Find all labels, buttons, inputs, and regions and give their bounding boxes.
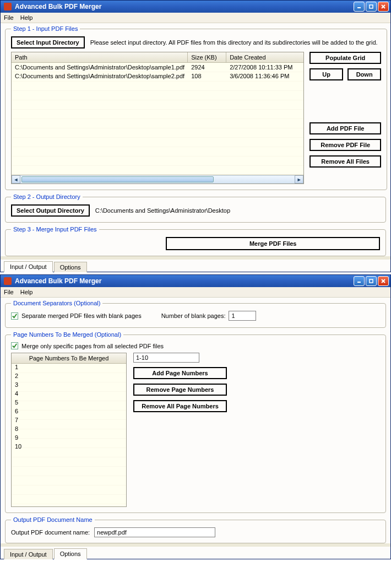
move-down-button[interactable]: Down: [347, 68, 381, 80]
move-up-button[interactable]: Up: [309, 68, 343, 80]
pages-fieldset: Page Numbers To Be Merged (Optional) Mer…: [5, 331, 386, 513]
page-grid-body[interactable]: 1 2 3 4 5 6 7 8 9 10: [12, 364, 126, 506]
output-name-fieldset: Output PDF Document Name Output PDF docu…: [5, 516, 386, 543]
main-window-io: Advanced Bulk PDF Merger File Help Step …: [0, 0, 391, 272]
step1-legend: Step 1 - Input PDF Files: [11, 25, 80, 32]
page-grid-header: Page Numbers To Be Merged: [12, 353, 126, 364]
svg-rect-1: [370, 5, 373, 8]
list-item[interactable]: 3: [12, 381, 126, 390]
col-date[interactable]: Date Created: [226, 52, 303, 62]
separators-fieldset: Document Separators (Optional) Separate …: [5, 300, 386, 328]
tab-options[interactable]: Options: [54, 548, 87, 559]
page-range-input[interactable]: [133, 353, 199, 363]
menubar: File Help: [1, 13, 390, 23]
tab-options[interactable]: Options: [54, 262, 87, 272]
step2-fieldset: Step 2 - Output Directory Select Output …: [5, 193, 386, 223]
remove-all-page-numbers-button[interactable]: Remove All Page Numbers: [133, 400, 227, 412]
step2-legend: Step 2 - Output Directory: [11, 193, 83, 200]
list-item[interactable]: 5: [12, 399, 126, 408]
menu-file[interactable]: File: [4, 289, 14, 295]
remove-all-button[interactable]: Remove All Files: [309, 155, 381, 168]
pages-legend: Page Numbers To Be Merged (Optional): [11, 331, 123, 338]
populate-grid-button[interactable]: Populate Grid: [309, 52, 381, 64]
tab-input-output[interactable]: Input / Output: [4, 549, 53, 559]
list-item[interactable]: 6: [12, 408, 126, 417]
minimize-button[interactable]: [354, 2, 365, 12]
minimize-button[interactable]: [354, 276, 365, 286]
blank-pages-input[interactable]: [229, 311, 256, 321]
select-output-dir-button[interactable]: Select Output Directory: [11, 204, 90, 217]
list-item[interactable]: 7: [12, 417, 126, 425]
step1-instruction: Please select input directory. All PDF f…: [90, 39, 378, 46]
col-path[interactable]: Path: [12, 52, 188, 62]
grid-body[interactable]: C:\Documents and Settings\Administrator\…: [12, 63, 303, 175]
table-row[interactable]: C:\Documents and Settings\Administrator\…: [12, 72, 303, 80]
maximize-button[interactable]: [366, 2, 377, 12]
output-dir-path: C:\Documents and Settings\Administrator\…: [95, 207, 230, 214]
step3-fieldset: Step 3 - Merge Input PDF Files Merge PDF…: [5, 226, 386, 256]
table-row[interactable]: C:\Documents and Settings\Administrator\…: [12, 63, 303, 72]
list-item[interactable]: 4: [12, 390, 126, 399]
scroll-left-icon[interactable]: ◄: [12, 175, 20, 184]
remove-pdf-button[interactable]: Remove PDF File: [309, 139, 381, 151]
list-item[interactable]: 2: [12, 373, 126, 381]
window-title: Advanced Bulk PDF Merger: [15, 3, 101, 10]
titlebar: Advanced Bulk PDF Merger: [1, 1, 390, 13]
output-name-label: Output PDF document name:: [11, 529, 90, 536]
add-pdf-button[interactable]: Add PDF File: [309, 122, 381, 134]
blank-pages-label: Number of blank pages:: [161, 312, 226, 319]
separate-checkbox[interactable]: [11, 312, 18, 320]
add-page-numbers-button[interactable]: Add Page Numbers: [133, 367, 227, 379]
scroll-right-icon[interactable]: ►: [295, 175, 303, 184]
list-item[interactable]: 9: [12, 434, 126, 443]
merge-specific-checkbox[interactable]: [11, 342, 18, 349]
select-input-dir-button[interactable]: Select Input Directory: [11, 36, 85, 48]
tab-input-output[interactable]: Input / Output: [4, 261, 53, 272]
col-size[interactable]: Size (KB): [188, 52, 226, 62]
close-button[interactable]: [378, 2, 389, 12]
separate-label: Separate merged PDF files with blank pag…: [21, 312, 142, 319]
step1-fieldset: Step 1 - Input PDF Files Select Input Di…: [5, 25, 387, 190]
window-title: Advanced Bulk PDF Merger: [15, 277, 101, 285]
menu-help[interactable]: Help: [20, 14, 33, 21]
tab-bar: Input / Output Options: [1, 260, 390, 272]
files-grid[interactable]: Path Size (KB) Date Created C:\Documents…: [11, 52, 304, 184]
output-name-input[interactable]: [94, 527, 215, 537]
menubar: File Help: [1, 287, 390, 298]
app-icon: [4, 3, 12, 10]
page-numbers-grid[interactable]: Page Numbers To Be Merged 1 2 3 4 5 6 7 …: [11, 353, 127, 507]
list-item[interactable]: 1: [12, 364, 126, 373]
horizontal-scrollbar[interactable]: ◄ ►: [12, 175, 303, 184]
svg-rect-5: [370, 279, 373, 283]
merge-pdf-button[interactable]: Merge PDF Files: [166, 237, 380, 250]
list-item[interactable]: 10: [12, 443, 126, 452]
main-window-options: Advanced Bulk PDF Merger File Help Docum…: [0, 274, 391, 559]
remove-page-numbers-button[interactable]: Remove Page Numbers: [133, 384, 227, 396]
separators-legend: Document Separators (Optional): [11, 300, 102, 306]
app-icon: [4, 277, 12, 285]
output-name-legend: Output PDF Document Name: [11, 516, 95, 523]
titlebar: Advanced Bulk PDF Merger: [1, 275, 390, 287]
list-item[interactable]: 8: [12, 425, 126, 434]
maximize-button[interactable]: [366, 276, 377, 286]
menu-file[interactable]: File: [4, 14, 14, 21]
menu-help[interactable]: Help: [20, 289, 33, 295]
close-button[interactable]: [378, 276, 389, 286]
tab-bar: Input / Output Options: [1, 547, 390, 559]
merge-specific-label: Merge only specific pages from all selec…: [21, 343, 164, 349]
scroll-thumb[interactable]: [21, 176, 214, 182]
step3-legend: Step 3 - Merge Input PDF Files: [11, 226, 99, 233]
